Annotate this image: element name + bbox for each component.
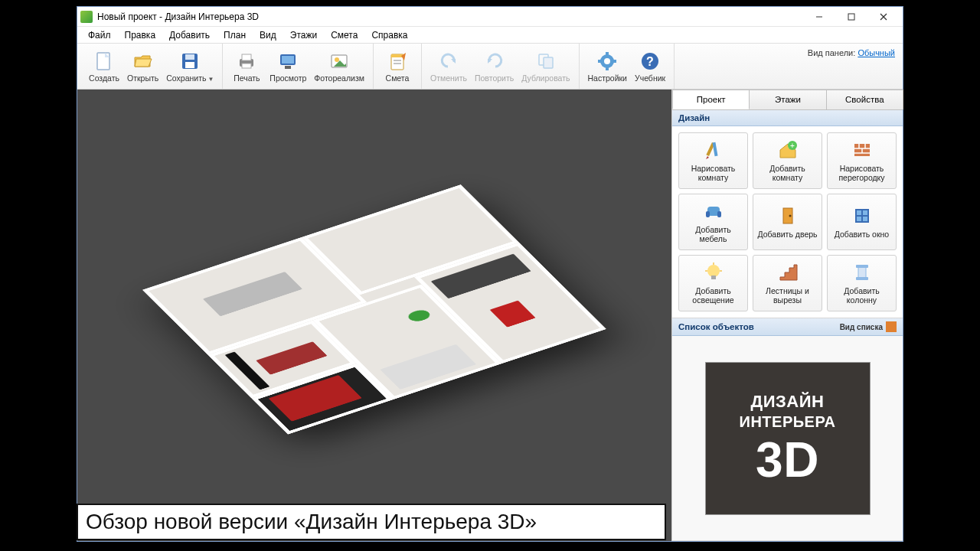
estimate-button[interactable]: Смета — [378, 46, 416, 87]
new-file-icon — [93, 51, 115, 72]
redo-icon — [484, 51, 505, 72]
objects-section: Список объектов Вид списка ДИЗАЙН ИНТЕРЬ… — [672, 318, 903, 541]
stairs-button[interactable]: Лестницы и вырезы — [753, 255, 822, 311]
chevron-down-icon: ▼ — [207, 76, 214, 83]
svg-rect-47 — [717, 211, 721, 217]
tutorial-button[interactable]: ? Учебник — [631, 46, 669, 87]
room-add-icon: + — [776, 139, 799, 161]
svg-rect-46 — [706, 211, 710, 217]
window-icon — [851, 204, 874, 227]
view-button[interactable]: Просмотр — [266, 46, 310, 87]
undo-icon — [438, 51, 459, 72]
sidebar-tabs: Проект Этажи Свойства — [672, 90, 903, 110]
svg-text:?: ? — [646, 55, 654, 68]
add-column-button[interactable]: Добавить колонну — [827, 255, 897, 311]
svg-rect-10 — [242, 54, 251, 60]
close-button[interactable] — [867, 8, 900, 26]
svg-rect-54 — [711, 276, 716, 279]
menu-edit[interactable]: Правка — [119, 28, 162, 42]
door-icon — [776, 204, 799, 227]
redo-button[interactable]: Повторить — [471, 46, 518, 87]
toolbar: Создать Открыть Сохранить▼ Печать Просмо… — [77, 44, 903, 90]
menu-view[interactable]: Вид — [253, 28, 283, 42]
column-icon — [851, 261, 874, 284]
minimize-button[interactable] — [803, 8, 835, 26]
brick-wall-icon — [851, 139, 874, 161]
photo-icon — [328, 51, 350, 72]
maximize-button[interactable] — [835, 8, 867, 26]
list-view-toggle[interactable]: Вид списка — [840, 321, 897, 332]
svg-rect-25 — [544, 57, 553, 68]
workspace: Проект Этажи Свойства Дизайн Нарисовать … — [77, 90, 903, 541]
canvas-3d-view[interactable] — [77, 90, 671, 541]
svg-text:+: + — [790, 142, 795, 150]
folder-open-icon — [132, 51, 154, 72]
add-window-button[interactable]: Добавить окно — [827, 194, 897, 250]
panel-mode-link[interactable]: Обычный — [858, 48, 895, 57]
menu-estimate[interactable]: Смета — [325, 28, 364, 42]
create-button[interactable]: Создать — [85, 46, 123, 87]
svg-rect-1 — [848, 14, 854, 20]
svg-rect-58 — [858, 266, 866, 279]
svg-rect-13 — [282, 56, 294, 64]
undo-button[interactable]: Отменить — [426, 46, 471, 87]
svg-rect-59 — [856, 265, 868, 268]
svg-rect-7 — [185, 54, 194, 60]
open-button[interactable]: Открыть — [123, 46, 162, 87]
svg-rect-4 — [97, 53, 109, 70]
svg-point-27 — [604, 58, 610, 64]
photoreal-button[interactable]: Фотореализм — [310, 46, 368, 87]
promo-banner: ДИЗАЙН ИНТЕРЬЕРА 3D — [705, 362, 871, 515]
settings-button[interactable]: Настройки — [584, 46, 632, 87]
add-door-button[interactable]: Добавить дверь — [753, 194, 822, 250]
printer-icon — [236, 51, 257, 72]
add-furniture-button[interactable]: Добавить мебель — [678, 194, 748, 250]
design-grid: Нарисовать комнату + Добавить комнату На… — [672, 126, 903, 318]
help-icon: ? — [639, 51, 661, 72]
svg-rect-60 — [856, 277, 868, 280]
svg-point-53 — [707, 265, 720, 277]
menu-floors[interactable]: Этажи — [284, 28, 323, 42]
draw-room-button[interactable]: Нарисовать комнату — [678, 132, 748, 189]
add-light-button[interactable]: Добавить освещение — [678, 255, 748, 311]
tab-properties[interactable]: Свойства — [826, 90, 903, 109]
armchair-icon — [702, 200, 725, 223]
close-icon — [880, 13, 887, 21]
titlebar: Новый проект - Дизайн Интерьера 3D — [77, 7, 903, 27]
floorplan-render — [142, 184, 606, 434]
duplicate-icon — [535, 51, 557, 72]
tab-floors[interactable]: Этажи — [749, 90, 826, 109]
svg-marker-22 — [451, 59, 456, 64]
menu-plan[interactable]: План — [217, 28, 252, 42]
window-controls — [803, 8, 900, 26]
svg-rect-8 — [185, 62, 194, 68]
panel-mode: Вид панели: Обычный — [808, 48, 895, 57]
object-list-body: ДИЗАЙН ИНТЕРЬЕРА 3D — [672, 336, 903, 540]
svg-marker-23 — [488, 59, 492, 64]
design-header: Дизайн — [672, 110, 903, 126]
svg-point-49 — [789, 215, 791, 217]
app-icon — [80, 11, 93, 23]
app-window: Новый проект - Дизайн Интерьера 3D Файл … — [77, 6, 903, 542]
tab-project[interactable]: Проект — [672, 90, 750, 109]
menu-help[interactable]: Справка — [365, 28, 413, 42]
svg-rect-14 — [285, 66, 291, 69]
add-room-button[interactable]: + Добавить комнату — [753, 132, 822, 189]
maximize-icon — [848, 13, 855, 21]
menu-file[interactable]: Файл — [82, 28, 117, 42]
notepad-icon — [387, 51, 408, 72]
menu-add[interactable]: Добавить — [163, 28, 216, 42]
objects-header: Список объектов Вид списка — [672, 318, 903, 336]
draw-partition-button[interactable]: Нарисовать перегородку — [827, 132, 897, 189]
brush-icon — [702, 139, 725, 161]
video-caption: Обзор новой версии «Дизайн Интерьера 3D» — [77, 504, 666, 540]
monitor-icon — [277, 51, 299, 72]
svg-point-16 — [335, 57, 339, 62]
minimize-icon — [815, 13, 823, 21]
save-button[interactable]: Сохранить▼ — [162, 46, 217, 87]
sidebar: Проект Этажи Свойства Дизайн Нарисовать … — [671, 90, 903, 541]
save-icon — [179, 51, 201, 72]
duplicate-button[interactable]: Дублировать — [518, 46, 573, 87]
stairs-icon — [776, 261, 799, 284]
print-button[interactable]: Печать — [227, 46, 266, 87]
